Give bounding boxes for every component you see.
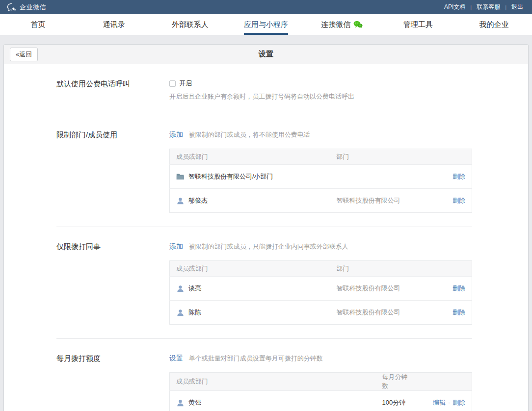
entity-name: 谈亮 [188,284,201,293]
api-docs-link[interactable]: API文档 [442,3,467,11]
table-row: 智联科技股份有限公司/小部门 删除 [170,165,472,189]
wework-logo-icon [7,3,17,12]
nav-item-contacts[interactable]: 通讯录 [76,14,152,35]
nav-item-connect-wechat[interactable]: 连接微信 [304,14,380,35]
wechat-icon [353,21,363,28]
topbar-links: API文档 | 联系客服 | 退出 [442,3,525,11]
column-header: 成员或部门 [170,149,330,165]
department-cell: 智联科技股份有限公司 [330,277,414,301]
nav-item-external-contacts[interactable]: 外部联系人 [152,14,228,35]
monthly-quota-table: 成员或部门 每月分钟数 [169,372,472,411]
colleagues-only-table: 成员或部门 部门 [169,260,472,325]
nav-item-home[interactable]: 首页 [0,14,76,35]
separator: | [505,4,506,10]
section-label: 默认使用公费电话呼叫 [56,79,169,101]
section-label: 仅限拨打同事 [56,242,169,325]
set-link[interactable]: 设置 [169,354,183,362]
department-cell: 智联科技股份有限公司 [330,301,414,325]
enable-checkbox[interactable] [169,80,176,87]
section-note: 开启后且企业账户有余额时，员工拨打号码将自动以公费电话呼出 [169,92,472,101]
brand-name: 企业微信 [20,3,46,12]
restrict-use-table: 成员或部门 部门 [169,149,472,213]
brand: 企业微信 [7,3,46,12]
table-row: 邬俊杰 智联科技股份有限公司 删除 [170,189,472,213]
edit-link[interactable]: 编辑 [433,399,446,406]
member-person-icon [176,285,184,292]
entity-name: 智联科技股份有限公司/小部门 [188,172,273,181]
contact-support-link[interactable]: 联系客服 [475,3,502,11]
column-header: 部门 [330,261,414,277]
column-header: 成员或部门 [170,261,330,277]
add-link[interactable]: 添加 [169,242,183,250]
topbar: 企业微信 API文档 | 联系客服 | 退出 [0,0,532,14]
column-header: 部门 [330,149,414,165]
section-colleagues-only: 仅限拨打同事 添加 被限制的部门或成员，只能拨打企业内同事或外部联系人 成员或部… [56,227,472,339]
panel-header: «返回 设置 [4,45,528,64]
delete-link[interactable]: 删除 [452,308,465,316]
department-cell [330,165,414,189]
section-desc: 被限制的部门或成员，只能拨打企业内同事或外部联系人 [189,243,348,250]
member-person-icon [176,197,184,205]
section-label: 每月拨打额度 [56,354,169,411]
add-link[interactable]: 添加 [169,130,183,138]
delete-link[interactable]: 删除 [452,284,465,292]
separator: | [470,4,472,10]
department-cell: 智联科技股份有限公司 [330,189,414,213]
member-person-icon [176,309,184,316]
section-monthly-quota: 每月拨打额度 设置 单个或批量对部门成员设置每月可拨打的分钟数 成员或部门 每月… [56,339,472,411]
entity-name: 邬俊杰 [188,196,208,205]
entity-name: 黄强 [188,398,201,407]
column-header: 每月分钟数 [376,373,414,391]
department-folder-icon [176,173,184,180]
settings-panel: «返回 设置 默认使用公费电话呼叫 开启 开启后且企业账户有余额时，员工拨打号码… [3,44,529,411]
entity-name: 陈陈 [188,308,201,317]
delete-link[interactable]: 删除 [452,173,465,180]
table-row: 黄强 100分钟 编辑·删除 [170,391,472,411]
separator: · [448,399,450,406]
page-title: 设置 [259,50,273,59]
delete-link[interactable]: 删除 [452,197,465,204]
checkbox-label: 开启 [179,79,192,88]
member-person-icon [176,399,184,407]
section-desc: 单个或批量对部门成员设置每月可拨打的分钟数 [189,355,323,362]
section-default-call: 默认使用公费电话呼叫 开启 开启后且企业账户有余额时，员工拨打号码将自动以公费电… [56,64,472,115]
nav-item-apps-miniprograms[interactable]: 应用与小程序 [228,14,304,35]
minutes-cell: 100分钟 [376,391,414,411]
nav-item-admin-tools[interactable]: 管理工具 [380,14,456,35]
delete-link[interactable]: 删除 [452,399,465,406]
column-header: 成员或部门 [170,373,376,391]
back-button[interactable]: «返回 [10,48,38,61]
section-label: 限制部门/成员使用 [56,130,169,213]
logout-link[interactable]: 退出 [509,3,525,11]
section-desc: 被限制的部门或成员，将不能使用公费电话 [189,131,310,138]
nav-item-my-company[interactable]: 我的企业 [456,14,532,35]
table-row: 陈陈 智联科技股份有限公司 删除 [170,301,472,325]
table-row: 谈亮 智联科技股份有限公司 删除 [170,277,472,301]
section-restrict-use: 限制部门/成员使用 添加 被限制的部门或成员，将不能使用公费电话 成员或部门 部… [56,115,472,227]
main-nav: 首页 通讯录 外部联系人 应用与小程序 连接微信 管理工具 我的企业 [0,14,532,35]
